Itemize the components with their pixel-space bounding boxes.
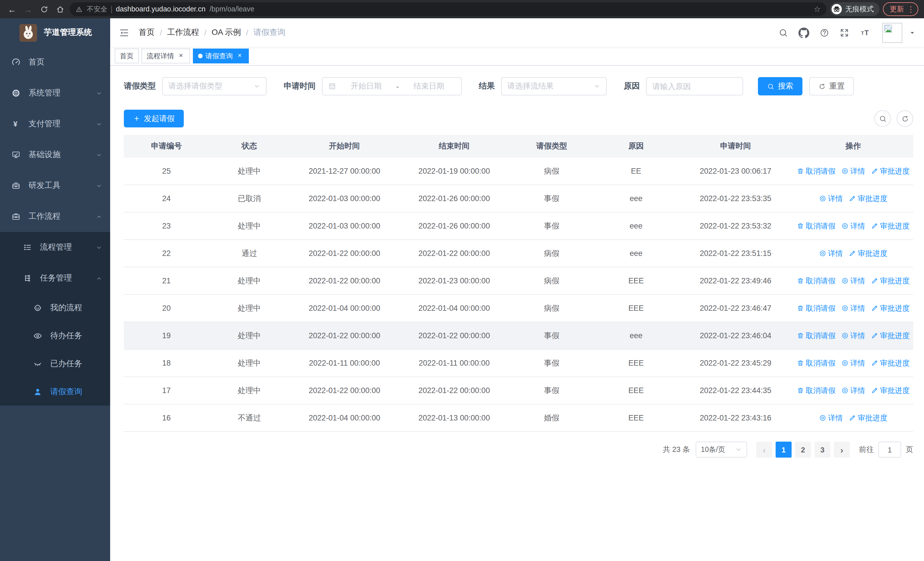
tab-process-detail[interactable]: 流程详情× bbox=[141, 48, 190, 63]
detail-link[interactable]: 详情 bbox=[841, 276, 865, 286]
avatar[interactable] bbox=[882, 23, 902, 42]
browser-forward-icon[interactable]: → bbox=[22, 3, 34, 15]
sidebar-item-task-mgmt[interactable]: 任务管理 bbox=[0, 263, 110, 294]
reset-button[interactable]: 重置 bbox=[809, 77, 854, 95]
result-select[interactable]: 请选择流结果 bbox=[501, 77, 607, 95]
approval-progress-link[interactable]: 审批进度 bbox=[849, 193, 888, 204]
refresh-table-button[interactable] bbox=[897, 110, 913, 127]
browser-back-icon[interactable]: ← bbox=[6, 3, 18, 15]
jump-prefix-label: 前往 bbox=[859, 444, 874, 455]
search-icon bbox=[767, 83, 774, 90]
reason-input[interactable] bbox=[646, 77, 743, 95]
help-icon[interactable] bbox=[819, 28, 829, 38]
hamburger-collapse-icon[interactable] bbox=[119, 27, 129, 38]
tab-home[interactable]: 首页 bbox=[115, 48, 139, 63]
cancel-leave-link[interactable]: 取消请假 bbox=[797, 331, 836, 341]
pen-icon bbox=[871, 277, 878, 284]
fullscreen-icon[interactable] bbox=[840, 28, 849, 38]
detail-link[interactable]: 详情 bbox=[819, 413, 843, 423]
approval-progress-link[interactable]: 审批进度 bbox=[871, 221, 910, 231]
approval-progress-link[interactable]: 审批进度 bbox=[849, 248, 888, 259]
sidebar-item-payment[interactable]: ¥支付管理 bbox=[0, 108, 110, 139]
table-row: 18处理中2022-01-11 00:00:002022-01-11 00:00… bbox=[124, 350, 913, 377]
cell-reason: EEE bbox=[594, 277, 678, 285]
sidebar-item-my-process[interactable]: 我的流程 bbox=[0, 294, 110, 322]
next-page-button[interactable]: › bbox=[834, 442, 850, 457]
detail-link[interactable]: 详情 bbox=[819, 248, 843, 259]
breadcrumb-item[interactable]: 工作流程 bbox=[167, 27, 199, 38]
detail-link[interactable]: 详情 bbox=[841, 331, 865, 341]
address-bar[interactable]: 不安全 dashboard.yudao.iocoder.cn/bpm/oa/le… bbox=[70, 2, 826, 16]
cancel-leave-link[interactable]: 取消请假 bbox=[797, 221, 836, 231]
search-icon[interactable] bbox=[778, 28, 788, 38]
cancel-leave-link[interactable]: 取消请假 bbox=[797, 385, 836, 396]
sidebar-item-infrastructure[interactable]: 基础设施 bbox=[0, 139, 110, 170]
broken-image-icon bbox=[884, 24, 892, 33]
create-leave-button[interactable]: 发起请假 bbox=[124, 110, 184, 127]
pen-icon bbox=[871, 222, 878, 230]
approval-progress-link[interactable]: 审批进度 bbox=[871, 358, 910, 368]
sidebar-item-home[interactable]: 首页 bbox=[0, 47, 110, 78]
breadcrumb-item[interactable]: 首页 bbox=[139, 27, 154, 38]
row-actions: 详情审批进度 bbox=[793, 248, 913, 259]
page-button-3[interactable]: 3 bbox=[814, 442, 830, 457]
cancel-leave-link[interactable]: 取消请假 bbox=[797, 276, 836, 286]
browser-update-button[interactable]: 更新 ⋮ bbox=[883, 2, 918, 16]
close-icon[interactable]: × bbox=[236, 52, 244, 60]
approval-progress-link[interactable]: 审批进度 bbox=[871, 385, 910, 396]
browser-home-icon[interactable] bbox=[54, 3, 66, 15]
detail-link[interactable]: 详情 bbox=[841, 385, 865, 396]
tab-leave-query[interactable]: 请假查询× bbox=[193, 48, 249, 63]
sidebar-item-todo-tasks[interactable]: 待办任务 bbox=[0, 322, 110, 350]
approval-progress-link[interactable]: 审批进度 bbox=[871, 303, 910, 313]
cell-applied: 2022-01-22 23:44:35 bbox=[678, 386, 793, 395]
show-search-toggle-button[interactable] bbox=[874, 110, 891, 127]
sidebar-item-done-tasks[interactable]: 已办任务 bbox=[0, 350, 110, 378]
table-row: 22通过2022-01-22 00:00:002022-01-22 00:00:… bbox=[124, 240, 913, 267]
sidebar-item-leave-query[interactable]: 请假查询 bbox=[0, 378, 110, 406]
chevron-down-icon bbox=[594, 83, 600, 90]
browser-reload-icon[interactable] bbox=[38, 3, 50, 15]
detail-link[interactable]: 详情 bbox=[841, 358, 865, 368]
page-button-2[interactable]: 2 bbox=[795, 442, 811, 457]
font-size-icon[interactable]: TT bbox=[860, 27, 872, 38]
action-label: 详情 bbox=[850, 166, 865, 176]
breadcrumb-item[interactable]: OA 示例 bbox=[212, 27, 241, 38]
cancel-leave-link[interactable]: 取消请假 bbox=[797, 303, 836, 313]
yen-icon: ¥ bbox=[11, 119, 21, 129]
avatar-caret-down-icon[interactable] bbox=[909, 29, 915, 36]
action-label: 审批进度 bbox=[880, 358, 910, 368]
sidebar-item-process-mgmt[interactable]: 流程管理 bbox=[0, 232, 110, 263]
page-size-select[interactable]: 10条/页 bbox=[696, 442, 747, 457]
detail-link[interactable]: 详情 bbox=[841, 166, 865, 176]
view-icon bbox=[841, 167, 849, 175]
prev-page-button[interactable]: ‹ bbox=[756, 442, 772, 457]
action-label: 审批进度 bbox=[880, 331, 910, 341]
jump-page-input[interactable] bbox=[878, 442, 901, 457]
cancel-leave-link[interactable]: 取消请假 bbox=[797, 358, 836, 368]
sidebar-item-system[interactable]: 系统管理 bbox=[0, 78, 110, 108]
approval-progress-link[interactable]: 审批进度 bbox=[871, 276, 910, 286]
leave-type-select[interactable]: 请选择请假类型 bbox=[162, 77, 267, 95]
page-button-1[interactable]: 1 bbox=[776, 442, 792, 457]
sidebar-item-devtools[interactable]: 研发工具 bbox=[0, 170, 110, 201]
detail-link[interactable]: 详情 bbox=[819, 193, 843, 204]
apply-time-range-picker[interactable]: 开始日期 - 结束日期 bbox=[322, 77, 462, 95]
cell-status: 处理中 bbox=[209, 166, 290, 176]
bookmark-star-icon[interactable]: ☆ bbox=[814, 5, 821, 14]
approval-progress-link[interactable]: 审批进度 bbox=[871, 166, 910, 176]
approval-progress-link[interactable]: 审批进度 bbox=[849, 413, 888, 423]
sidebar-item-workflow[interactable]: 工作流程 bbox=[0, 201, 110, 232]
approval-progress-link[interactable]: 审批进度 bbox=[871, 331, 910, 341]
detail-link[interactable]: 详情 bbox=[841, 303, 865, 313]
cell-id: 17 bbox=[124, 386, 209, 395]
app-title: 芋道管理系统 bbox=[44, 27, 92, 38]
search-button[interactable]: 搜索 bbox=[758, 77, 802, 95]
action-label: 审批进度 bbox=[880, 221, 910, 231]
cancel-leave-link[interactable]: 取消请假 bbox=[797, 166, 836, 176]
github-icon[interactable] bbox=[798, 27, 809, 38]
close-icon[interactable]: × bbox=[177, 52, 185, 60]
detail-link[interactable]: 详情 bbox=[841, 221, 865, 231]
app-logo[interactable]: 芋道管理系统 bbox=[0, 18, 110, 47]
browser-menu-dots-icon[interactable]: ⋮ bbox=[907, 5, 915, 14]
